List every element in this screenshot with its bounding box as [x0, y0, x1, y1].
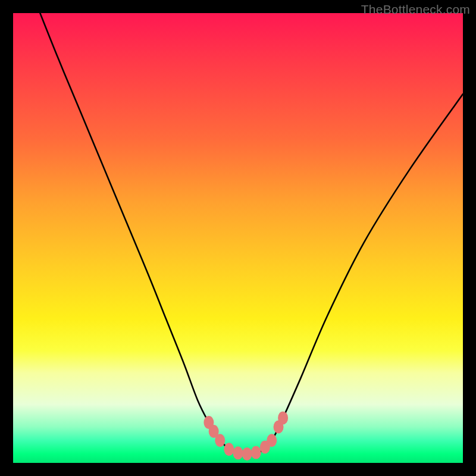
- chart-frame: TheBottleneck.com: [0, 0, 476, 476]
- highlight-dot: [267, 434, 277, 447]
- highlight-dot: [278, 411, 288, 424]
- watermark-label: TheBottleneck.com: [361, 2, 470, 17]
- highlight-dot: [251, 446, 261, 459]
- bottleneck-curve-path: [40, 13, 463, 454]
- highlight-dot: [242, 447, 252, 461]
- highlight-dot: [215, 434, 225, 447]
- highlight-dots-group: [203, 411, 288, 460]
- bottleneck-curve-svg: [13, 13, 463, 463]
- plot-area: [13, 13, 463, 463]
- highlight-dot: [224, 443, 234, 456]
- highlight-dot: [233, 446, 243, 459]
